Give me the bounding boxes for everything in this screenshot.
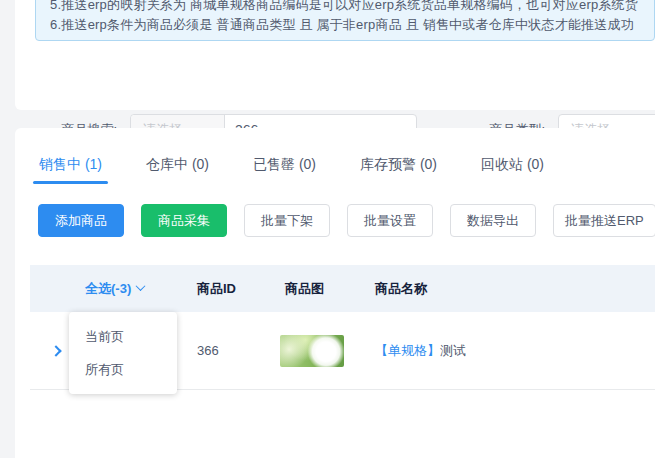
status-tabs: 销售中 (1) 仓库中 (0) 已售罄 (0) 库存预警 (0) 回收站 (0) (37, 145, 655, 185)
erp-notice-box: 5.推送erp的映射关系为 商城单规格商品编码是可以对应erp系统货品单规格编码… (35, 0, 655, 41)
chevron-right-icon (50, 345, 61, 356)
data-export-button[interactable]: 数据导出 (450, 204, 536, 237)
tab-stock-warning[interactable]: 库存预警 (0) (358, 145, 439, 185)
menu-item-all-pages[interactable]: 所有页 (69, 353, 177, 386)
batch-setting-button[interactable]: 批量设置 (347, 204, 433, 237)
select-all-dropdown-menu: 当前页 所有页 (69, 312, 177, 394)
select-all-dropdown-trigger[interactable]: 全选(-3) (85, 280, 144, 298)
tab-on-sale[interactable]: 销售中 (1) (37, 145, 104, 185)
product-id-header: 商品ID (195, 280, 285, 298)
product-spec-tag: 【单规格】 (375, 343, 440, 358)
search-panel-card: 5.推送erp的映射关系为 商城单规格商品编码是可以对应erp系统货品单规格编码… (15, 0, 655, 110)
batch-push-erp-button[interactable]: 批量推送ERP (553, 204, 655, 237)
product-id-cell: 366 (195, 343, 285, 358)
notice-line-5: 5.推送erp的映射关系为 商城单规格商品编码是可以对应erp系统货品单规格编码… (50, 0, 640, 15)
product-name-header: 商品名称 (370, 280, 655, 298)
add-product-button[interactable]: 添加商品 (38, 204, 124, 237)
batch-offline-button[interactable]: 批量下架 (244, 204, 330, 237)
collect-product-button[interactable]: 商品采集 (141, 204, 227, 237)
product-list-card: 销售中 (1) 仓库中 (0) 已售罄 (0) 库存预警 (0) 回收站 (0)… (15, 128, 655, 458)
tab-sold-out[interactable]: 已售罄 (0) (251, 145, 318, 185)
menu-item-current-page[interactable]: 当前页 (69, 320, 177, 353)
row-expand-button[interactable] (48, 339, 64, 362)
notice-line-6: 6.推送erp条件为商品必须是 普通商品类型 且 属于非erp商品 且 销售中或… (50, 15, 640, 35)
chevron-down-icon (136, 281, 146, 291)
select-all-header-cell: 全选(-3) (30, 280, 195, 298)
toolbar: 添加商品 商品采集 批量下架 批量设置 数据导出 批量推送ERP (38, 204, 655, 237)
product-image-header: 商品图 (285, 280, 370, 298)
product-thumbnail[interactable] (280, 335, 344, 367)
select-all-label: 全选(-3) (85, 280, 131, 298)
tab-in-warehouse[interactable]: 仓库中 (0) (144, 145, 211, 185)
product-image-cell (285, 335, 370, 367)
product-name-text: 测试 (440, 343, 466, 358)
tab-recycle-bin[interactable]: 回收站 (0) (479, 145, 546, 185)
table-header-row: 全选(-3) 商品ID 商品图 商品名称 (30, 265, 655, 312)
product-name-cell[interactable]: 【单规格】测试 (370, 342, 655, 360)
